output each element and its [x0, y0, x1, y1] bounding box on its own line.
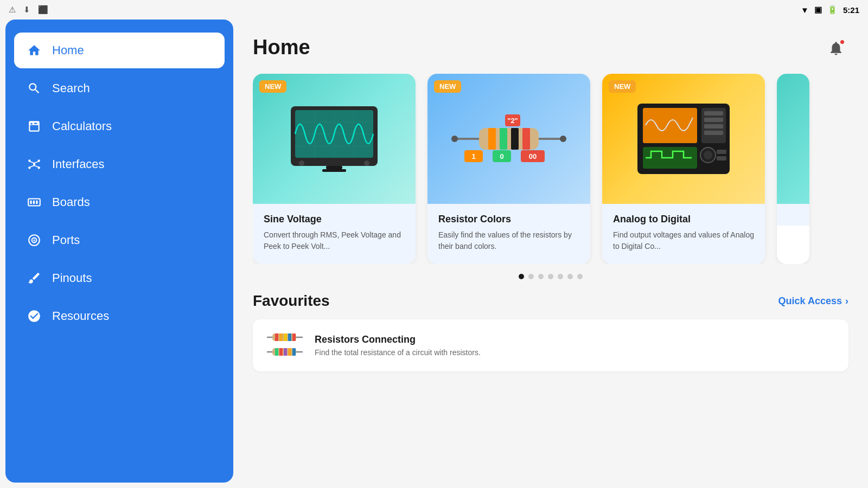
home-icon [26, 42, 42, 59]
card-sine-voltage-title: Sine Voltage [264, 214, 405, 225]
svg-rect-25 [322, 169, 346, 172]
svg-point-15 [33, 239, 35, 241]
card-analog-digital[interactable]: NEW [602, 74, 765, 264]
svg-line-6 [34, 162, 39, 163]
svg-rect-31 [488, 128, 496, 150]
card-analog-digital-body: Analog to Digital Find output voltages a… [602, 204, 765, 264]
svg-point-35 [451, 136, 458, 142]
card-sine-voltage-body: Sine Voltage Convert through RMS, Peek V… [253, 204, 416, 264]
cards-section: NEW [253, 74, 848, 279]
svg-rect-61 [275, 333, 278, 341]
sidebar-label-search: Search [52, 81, 90, 95]
svg-text:0: 0 [500, 152, 503, 160]
card-resistor-colors-image: NEW [427, 74, 590, 204]
sidebar-label-interfaces: Interfaces [52, 157, 105, 171]
carousel-dot-5[interactable] [558, 274, 563, 279]
svg-rect-50 [704, 118, 723, 122]
card-analog-digital-image: NEW [602, 74, 765, 204]
status-bar: ⚠ ⬇ ⬛ ▼ ▣ 🔋 5:21 [0, 0, 868, 20]
quick-access-link[interactable]: Quick Access › [778, 296, 848, 307]
fav-item-desc: Find the total resistance of a circuit w… [315, 348, 481, 357]
sidebar-label-ports: Ports [52, 233, 80, 247]
content-area: Home NEW [233, 20, 868, 488]
sidebar-item-pinouts[interactable]: Pinouts [14, 260, 225, 296]
page-title: Home [253, 36, 310, 59]
svg-rect-63 [284, 333, 287, 341]
svg-point-0 [33, 163, 35, 165]
card-sine-voltage-desc: Convert through RMS, Peek Voltage and Pe… [264, 229, 405, 252]
quick-access-label: Quick Access [778, 296, 842, 307]
svg-rect-51 [704, 124, 723, 129]
ports-icon [26, 232, 42, 248]
svg-rect-12 [36, 201, 37, 204]
wifi-icon: ▼ [801, 5, 809, 15]
pinouts-icon [26, 270, 42, 286]
svg-rect-65 [292, 333, 296, 341]
signal-icon: ▣ [814, 5, 822, 15]
carousel-dot-2[interactable] [528, 274, 534, 279]
new-badge-1: NEW [259, 80, 286, 93]
card-resistor-colors[interactable]: NEW [427, 74, 590, 264]
svg-rect-71 [284, 348, 287, 356]
chevron-right-icon: › [845, 296, 848, 307]
sidebar-item-boards[interactable]: Boards [14, 184, 225, 220]
svg-rect-24 [326, 166, 342, 169]
svg-rect-49 [704, 111, 723, 115]
cards-row: NEW [253, 74, 848, 264]
new-badge-3: NEW [609, 80, 636, 93]
favourites-header: Favourites Quick Access › [253, 292, 848, 310]
time-display: 5:21 [843, 5, 859, 15]
content-header: Home [253, 36, 848, 61]
fav-item-resistors-connecting[interactable]: Resistors Connecting Find the total resi… [253, 319, 848, 371]
svg-rect-64 [288, 333, 291, 341]
sidebar-item-ports[interactable]: Ports [14, 222, 225, 258]
new-badge-2: NEW [434, 80, 461, 93]
notification-button[interactable] [824, 36, 848, 61]
carousel-dot-1[interactable] [519, 274, 524, 279]
calculator-icon [26, 118, 42, 134]
svg-point-27 [364, 160, 369, 166]
notification-dot [839, 39, 845, 45]
card-partial[interactable] [777, 74, 809, 264]
carousel-dot-4[interactable] [548, 274, 553, 279]
svg-point-55 [704, 151, 712, 159]
interfaces-icon [26, 156, 42, 172]
carousel-dot-6[interactable] [567, 274, 573, 279]
app-icon: ⬛ [38, 5, 48, 15]
download-icon: ⬇ [23, 5, 30, 15]
card-sine-voltage[interactable]: NEW [253, 74, 416, 264]
sidebar-label-home: Home [52, 43, 84, 57]
svg-line-5 [29, 162, 34, 163]
favourites-title: Favourites [253, 292, 330, 310]
svg-point-36 [560, 136, 566, 142]
card-analog-digital-desc: Find output voltages and values of Analo… [613, 229, 754, 252]
resources-icon [26, 308, 42, 324]
sidebar-item-interfaces[interactable]: Interfaces [14, 146, 225, 182]
carousel-dot-3[interactable] [538, 274, 544, 279]
svg-rect-69 [275, 348, 278, 356]
svg-rect-32 [500, 128, 507, 150]
svg-rect-10 [30, 201, 31, 204]
card-analog-digital-title: Analog to Digital [613, 214, 754, 225]
sidebar-item-home[interactable]: Home [14, 33, 225, 68]
sidebar-item-search[interactable]: Search [14, 70, 225, 106]
svg-text:1: 1 [471, 152, 475, 160]
carousel-dots [253, 274, 848, 279]
sidebar-item-calculators[interactable]: Calculators [14, 108, 225, 144]
svg-text:00: 00 [529, 152, 537, 160]
svg-line-8 [34, 165, 39, 167]
sidebar-label-pinouts: Pinouts [52, 271, 92, 285]
svg-text:"2": "2" [507, 117, 518, 125]
carousel-dot-7[interactable] [577, 274, 583, 279]
svg-rect-57 [717, 156, 726, 160]
svg-rect-33 [511, 128, 519, 150]
battery-icon: 🔋 [827, 5, 838, 15]
svg-rect-34 [522, 128, 530, 150]
boards-icon [26, 194, 42, 210]
sidebar: Home Search Calculators Interfaces [5, 20, 233, 483]
sidebar-item-resources[interactable]: Resources [14, 298, 225, 334]
sidebar-label-resources: Resources [52, 309, 109, 323]
fav-item-title: Resistors Connecting [315, 334, 481, 345]
resistors-icon [266, 329, 304, 362]
svg-line-7 [29, 165, 34, 167]
